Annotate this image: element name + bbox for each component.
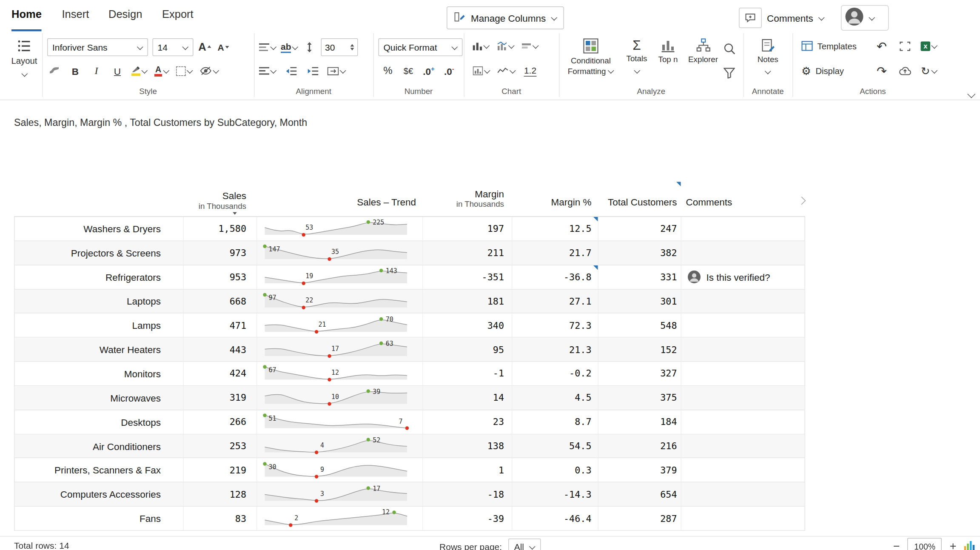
table-row[interactable]: Lamps471702134072.3548 — [15, 313, 805, 338]
row-label[interactable]: Projectors & Screens — [15, 241, 184, 265]
sales-trend-cell[interactable]: 517 — [257, 410, 423, 433]
table-row[interactable]: Laptops668972218127.1301 — [15, 289, 805, 313]
zoom-out-button[interactable]: − — [893, 541, 900, 550]
sales-cell[interactable]: 319 — [184, 386, 257, 409]
shrink-font-button[interactable]: A — [217, 40, 231, 55]
customers-cell[interactable]: 379 — [598, 459, 681, 482]
sales-cell[interactable]: 471 — [184, 313, 257, 337]
underline-button[interactable]: U — [111, 63, 125, 79]
manage-columns-button[interactable]: Manage Columns — [447, 6, 564, 29]
increase-indent-button[interactable] — [306, 63, 320, 79]
font-color-button[interactable]: A — [154, 63, 169, 79]
visibility-button[interactable] — [200, 63, 219, 79]
comments-cell[interactable] — [681, 289, 806, 313]
customers-cell[interactable]: 287 — [598, 507, 681, 530]
customers-cell[interactable]: 331 — [598, 265, 681, 289]
margin-cell[interactable]: -39 — [423, 507, 513, 530]
horizontal-align-button[interactable] — [259, 63, 276, 79]
margin-pct-cell[interactable]: 72.3 — [513, 313, 599, 337]
margin-cell[interactable]: -18 — [423, 482, 513, 506]
totals-button[interactable]: Σ Totals — [623, 38, 651, 77]
margin-cell[interactable]: 14 — [423, 386, 513, 409]
borders-button[interactable] — [176, 63, 193, 79]
sales-trend-cell[interactable]: 309 — [257, 459, 423, 482]
conditional-formatting-button[interactable]: Conditional Formatting — [563, 38, 619, 77]
sales-trend-cell[interactable]: 173 — [257, 482, 423, 506]
table-row[interactable]: Washers & Dryers1,5802255319712.5247 — [15, 217, 805, 241]
margin-pct-cell[interactable]: -36.8 — [513, 265, 599, 289]
margin-cell[interactable]: -1 — [423, 362, 513, 385]
margin-cell[interactable]: 138 — [423, 434, 513, 458]
zoom-in-button[interactable]: + — [950, 541, 957, 550]
margin-pct-cell[interactable]: -0.2 — [513, 362, 599, 385]
customers-cell[interactable]: 301 — [598, 289, 681, 313]
rows-per-page-select[interactable]: All — [508, 539, 541, 550]
margin-cell[interactable]: 181 — [423, 289, 513, 313]
top-n-button[interactable]: Top n — [653, 38, 683, 65]
collapse-ribbon-button[interactable] — [968, 89, 975, 101]
row-label[interactable]: Monitors — [15, 362, 184, 385]
tab-insert[interactable]: Insert — [62, 0, 89, 29]
sales-cell[interactable]: 253 — [184, 434, 257, 458]
row-label[interactable]: Microwaves — [15, 386, 184, 409]
grow-font-button[interactable]: A — [198, 40, 212, 55]
comments-cell[interactable] — [681, 507, 806, 530]
row-label[interactable]: Fans — [15, 507, 184, 530]
comments-cell[interactable] — [681, 386, 806, 409]
sales-trend-cell[interactable]: 122 — [257, 507, 423, 530]
margin-cell[interactable]: 1 — [423, 459, 513, 482]
row-height-stepper[interactable]: 30 — [321, 38, 358, 56]
sales-trend-cell[interactable]: 524 — [257, 434, 423, 458]
font-size-select[interactable]: 14 — [153, 38, 194, 56]
margin-pct-cell[interactable]: -14.3 — [513, 482, 599, 506]
italic-button[interactable]: I — [89, 63, 103, 79]
sales-cell[interactable]: 424 — [184, 362, 257, 385]
comments-cell[interactable]: Is this verified? — [681, 265, 806, 289]
decrease-indent-button[interactable] — [284, 63, 298, 79]
font-family-select[interactable]: Inforiver Sans — [47, 38, 148, 56]
increase-decimal-button[interactable]: .0+ — [422, 63, 436, 79]
sales-trend-cell[interactable]: 6317 — [257, 338, 423, 361]
decrease-decimal-button[interactable]: .0- — [442, 63, 456, 79]
sales-trend-cell[interactable]: 7021 — [257, 313, 423, 337]
comments-cell[interactable] — [681, 434, 806, 458]
layout-button[interactable]: Layout — [6, 38, 42, 80]
row-label[interactable]: Water Heaters — [15, 338, 184, 361]
row-label[interactable]: Lamps — [15, 313, 184, 337]
header-sales[interactable]: Sales in Thousands — [183, 177, 257, 217]
customers-cell[interactable]: 247 — [598, 217, 681, 240]
sales-cell[interactable]: 219 — [184, 459, 257, 482]
table-row[interactable]: Desktops266517238.7184 — [15, 410, 805, 434]
customers-cell[interactable]: 382 — [598, 241, 681, 265]
user-avatar[interactable] — [841, 5, 889, 31]
header-margin-pct[interactable]: Margin % — [512, 177, 598, 217]
sales-trend-cell[interactable]: 22553 — [257, 217, 423, 240]
sales-cell[interactable]: 973 — [184, 241, 257, 265]
bold-button[interactable]: B — [68, 63, 83, 79]
comments-cell[interactable] — [681, 362, 806, 385]
export-excel-button[interactable]: x — [916, 38, 942, 54]
customers-cell[interactable]: 152 — [598, 338, 681, 361]
row-label[interactable]: Printers, Scanners & Fax — [15, 459, 184, 482]
sales-cell[interactable]: 128 — [184, 482, 257, 506]
sales-cell[interactable]: 266 — [184, 410, 257, 433]
format-painter-button[interactable] — [47, 63, 61, 79]
margin-pct-cell[interactable]: 12.5 — [513, 217, 599, 240]
percent-format-button[interactable]: % — [381, 63, 395, 79]
notes-button[interactable]: Notes — [744, 38, 793, 78]
comments-cell[interactable] — [681, 313, 806, 337]
header-total-customers[interactable]: Total Customers — [598, 177, 681, 217]
upload-button[interactable] — [893, 63, 916, 79]
sales-trend-cell[interactable]: 14735 — [257, 241, 423, 265]
sales-trend-cell[interactable]: 9722 — [257, 289, 423, 313]
table-row[interactable]: Air Conditioners25352413854.5216 — [15, 434, 805, 459]
customers-cell[interactable]: 375 — [598, 386, 681, 409]
margin-cell[interactable]: 211 — [423, 241, 513, 265]
sales-cell[interactable]: 953 — [184, 265, 257, 289]
table-row[interactable]: Fans83122-39-46.4287 — [15, 507, 805, 531]
sparkline-button[interactable] — [498, 63, 516, 79]
margin-pct-cell[interactable]: 54.5 — [513, 434, 599, 458]
comments-cell[interactable] — [681, 482, 806, 506]
sales-trend-cell[interactable]: 6712 — [257, 362, 423, 385]
margin-pct-cell[interactable]: 21.7 — [513, 241, 599, 265]
